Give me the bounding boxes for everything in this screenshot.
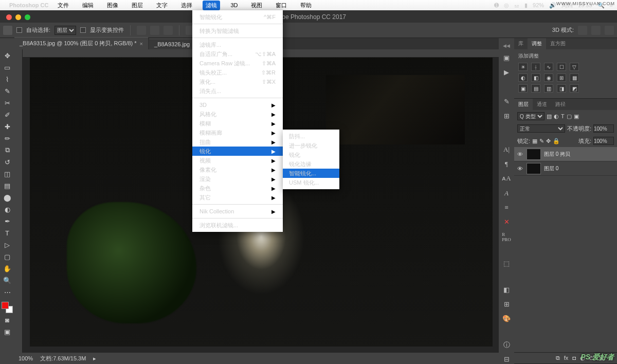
move-tool[interactable]: ✥ — [2, 50, 13, 61]
layer-name[interactable]: 图层 0 拷贝 — [544, 151, 570, 158]
healing-tool[interactable]: ✚ — [2, 121, 13, 132]
ruler-vertical[interactable] — [14, 49, 23, 353]
pen-tool[interactable]: ✒ — [2, 216, 13, 226]
paragraph-panel-icon[interactable]: ¶ — [501, 159, 512, 169]
adj-curves-icon[interactable]: ∿ — [544, 63, 553, 71]
properties-panel-icon[interactable]: ⊟ — [501, 355, 512, 364]
menu-filter[interactable]: 滤镜 — [203, 1, 220, 10]
adj-posterize-icon[interactable]: ▤ — [531, 84, 540, 93]
dodge-tool[interactable]: ◐ — [2, 204, 13, 214]
adj-exposure-icon[interactable]: ☐ — [557, 63, 566, 71]
3d-panel-icon[interactable]: ⬚ — [501, 259, 512, 268]
brush-presets-icon[interactable]: ⊞ — [501, 112, 512, 121]
menu-edit[interactable]: 编辑 — [79, 1, 97, 10]
wifi-icon[interactable]: ⚍ — [514, 2, 519, 9]
align-icon[interactable] — [150, 26, 159, 35]
status-more-icon[interactable]: ▸ — [93, 355, 96, 362]
edit-toolbar[interactable]: ⋯ — [2, 287, 13, 297]
menu-camera-raw[interactable]: Camera Raw 滤镜...⇧⌘A — [192, 59, 283, 68]
screen-mode-tool[interactable]: ▣ — [2, 326, 13, 337]
menu-noise[interactable]: 杂色▶ — [192, 184, 283, 193]
styles-panel-icon[interactable]: A — [501, 188, 512, 197]
visibility-icon[interactable]: 👁 — [516, 166, 523, 172]
brush-tool[interactable]: ✏ — [2, 133, 13, 143]
doc-info[interactable]: 文档:7.63M/15.3M — [40, 355, 86, 362]
character-panel-icon[interactable]: A| — [501, 145, 512, 154]
link-layers-icon[interactable]: ⧉ — [556, 355, 560, 361]
navigator-panel-icon[interactable]: ◧ — [501, 285, 512, 295]
collapse-icon[interactable]: ◀◀ — [503, 43, 510, 48]
lock-pos-icon[interactable]: ✥ — [546, 138, 551, 144]
glyphs-panel-icon[interactable]: ᴀA — [501, 174, 512, 183]
doc-tab-active[interactable]: _B8A9315.jpg @ 100% (图层 0 拷贝, RGB/8) *× — [14, 37, 148, 49]
layer-row[interactable]: 👁 图层 0 — [514, 161, 617, 176]
sub-sharpen-more[interactable]: 进一步锐化 — [283, 141, 339, 150]
stamp-tool[interactable]: ⧉ — [2, 145, 13, 155]
adj-invert-icon[interactable]: ▣ — [518, 84, 528, 93]
menu-filter-gallery[interactable]: 滤镜库... — [192, 40, 283, 49]
menu-select[interactable]: 选择 — [178, 1, 195, 10]
menu-stylize[interactable]: 风格化▶ — [192, 110, 283, 119]
sub-sharpen[interactable]: 锐化 — [283, 150, 339, 159]
3d-icon[interactable] — [578, 26, 587, 35]
app-name[interactable]: Photoshop CC — [9, 2, 48, 8]
raw-panel-icon[interactable]: RPRO — [501, 232, 512, 242]
crop-tool[interactable]: ✂ — [2, 98, 13, 108]
opacity-input[interactable] — [593, 124, 614, 133]
blend-mode-select[interactable]: 正常 — [517, 124, 565, 133]
eraser-tool[interactable]: ◫ — [2, 169, 13, 179]
lasso-tool[interactable]: ⌇ — [2, 74, 13, 84]
zoom-level[interactable]: 100% — [19, 355, 33, 361]
history-brush-tool[interactable]: ↺ — [2, 157, 13, 167]
sub-shake-reduction[interactable]: 防抖... — [283, 132, 339, 141]
menu-3d[interactable]: 3D▶ — [192, 100, 283, 110]
battery-icon[interactable]: ▮ — [524, 2, 528, 9]
adj-levels-icon[interactable]: ⟊ — [531, 63, 540, 71]
layer-row[interactable]: 👁 图层 0 拷贝 — [514, 147, 617, 161]
adj-bw-icon[interactable]: ◧ — [531, 74, 540, 82]
swatches-panel-icon[interactable]: ⊞ — [501, 300, 512, 309]
paragraph-styles-icon[interactable]: ≡ — [501, 203, 512, 212]
auto-select-checkbox[interactable] — [16, 27, 22, 33]
tab-layers[interactable]: 图层 — [514, 99, 533, 110]
shape-tool[interactable]: ▢ — [2, 251, 13, 262]
brush-panel-icon[interactable]: ✎ — [501, 97, 512, 106]
menu-blur[interactable]: 模糊▶ — [192, 119, 283, 128]
volume-icon[interactable]: 🔊 — [549, 2, 556, 9]
filter-smart-icon[interactable]: ▣ — [574, 113, 579, 120]
menu-file[interactable]: 文件 — [55, 1, 72, 10]
menu-render[interactable]: 渲染▶ — [192, 174, 283, 184]
info-panel-icon[interactable]: ⓘ — [501, 340, 512, 350]
menu-browse-online[interactable]: 浏览联机滤镜... — [192, 221, 283, 230]
quick-select-tool[interactable]: ✎ — [2, 86, 13, 96]
align-icon[interactable] — [164, 26, 173, 35]
fx-icon[interactable]: fx — [564, 355, 569, 361]
hand-tool[interactable]: ✋ — [2, 263, 13, 274]
menu-window[interactable]: 窗口 — [273, 1, 290, 10]
adj-photo-filter-icon[interactable]: ◉ — [544, 74, 553, 82]
menu-view[interactable]: 视图 — [248, 1, 265, 10]
menu-other[interactable]: 其它▶ — [192, 193, 283, 202]
adj-gradient-icon[interactable]: ◨ — [557, 84, 566, 93]
adj-mixer-icon[interactable]: ⊞ — [557, 74, 566, 82]
menu-sharpen[interactable]: 锐化▶ — [192, 147, 283, 156]
tool-preset-icon[interactable] — [3, 26, 12, 35]
tab-paths[interactable]: 路径 — [551, 99, 570, 110]
tab-libraries[interactable]: 库 — [514, 38, 528, 49]
cc-icon[interactable]: ◎ — [504, 2, 509, 9]
align-icon[interactable] — [137, 26, 146, 35]
color-panel-icon[interactable]: 🎨 — [501, 314, 512, 323]
zoom-window[interactable] — [25, 14, 30, 20]
layer-thumb[interactable] — [527, 149, 541, 160]
type-tool[interactable]: T — [2, 228, 13, 238]
zoom-tool[interactable]: 🔍 — [2, 275, 13, 285]
filter-pixel-icon[interactable]: ▧ — [547, 113, 552, 120]
lock-pixel-icon[interactable]: ✎ — [539, 138, 544, 144]
wechat-icon[interactable]: ➊ — [494, 2, 499, 9]
color-swatches[interactable] — [2, 302, 13, 313]
actions-panel-icon[interactable]: ▶ — [501, 68, 512, 77]
sub-sharpen-edges[interactable]: 锐化边缘 — [283, 159, 339, 169]
mask-icon[interactable]: ◘ — [572, 355, 576, 361]
menu-help[interactable]: 帮助 — [297, 1, 315, 10]
adj-vibrance-icon[interactable]: ▽ — [570, 63, 579, 71]
